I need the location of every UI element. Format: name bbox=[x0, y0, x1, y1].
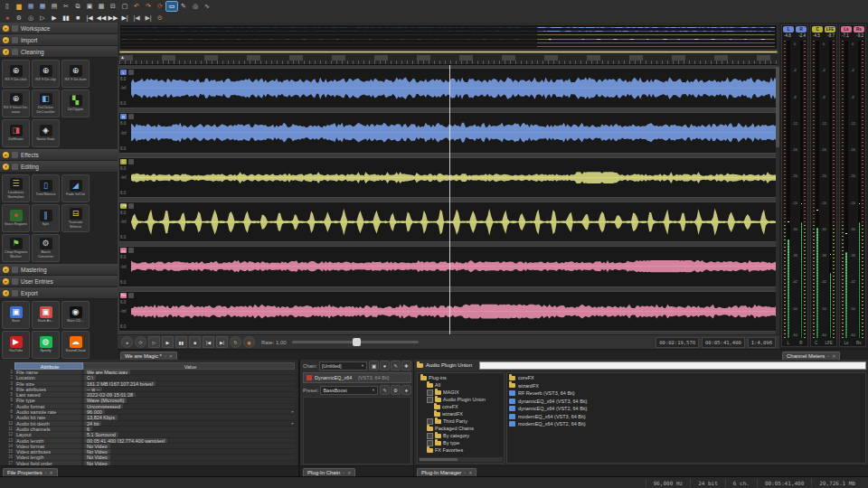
transport-toolbar-button[interactable]: ◎ bbox=[25, 14, 36, 23]
tool-tile[interactable]: ☰ Loudness Normalize bbox=[2, 174, 30, 202]
toolbar-button[interactable]: ⊟ bbox=[108, 2, 118, 11]
tool-tile[interactable]: ▶ YouTube bbox=[2, 331, 30, 359]
chain-select[interactable]: [Untitled]▼ bbox=[319, 361, 367, 371]
transport-toolbar-button[interactable]: ▮▮ bbox=[61, 14, 71, 23]
checkbox[interactable] bbox=[427, 389, 433, 396]
toolbar-button[interactable]: ▢ bbox=[119, 2, 130, 11]
tree-item[interactable]: Audio Plugin Union bbox=[418, 396, 504, 403]
toolbar-button[interactable]: ▣ bbox=[84, 2, 95, 11]
tab-plugin-manager[interactable]: Plug-In Manager▫✕ bbox=[417, 468, 476, 476]
tool-tile[interactable]: ▚ DeClipper bbox=[61, 89, 90, 117]
tool-tile[interactable]: ◈ Noise Gate bbox=[32, 119, 60, 147]
waveform[interactable] bbox=[131, 114, 777, 151]
tool-tile[interactable]: ◍ Spotify bbox=[32, 331, 60, 359]
tree-item[interactable]: MAGIX bbox=[418, 389, 504, 396]
tool-tile[interactable]: ⊕ RX 9 De-hum bbox=[61, 60, 90, 88]
tool-tile[interactable]: ▯ Trim/Silence bbox=[32, 174, 60, 202]
toolbox-section-user-entries[interactable]: ▸User Entries bbox=[0, 276, 118, 287]
lane-menu-button[interactable] bbox=[128, 70, 134, 75]
transport-button[interactable]: ● bbox=[121, 336, 133, 348]
preset-tool-button[interactable]: ⚙ bbox=[391, 385, 401, 395]
lane-menu-button[interactable] bbox=[128, 293, 134, 298]
chain-tool-button[interactable]: ▣ bbox=[369, 361, 379, 371]
plugin-list-item[interactable]: modernEQ_x64 (VST2, 64 Bit) bbox=[509, 420, 863, 428]
transport-toolbar-button[interactable]: ⊙ bbox=[155, 14, 165, 23]
close-icon[interactable]: ✕ bbox=[49, 470, 52, 475]
transport-button[interactable]: ▶| bbox=[216, 336, 228, 348]
tool-tile[interactable]: ⚙ Batch Converter bbox=[32, 234, 60, 262]
transport-toolbar-button[interactable]: ▷ bbox=[37, 14, 48, 23]
toolbar-button[interactable]: ◎ bbox=[190, 2, 201, 11]
waveform[interactable] bbox=[131, 159, 777, 196]
tool-tile[interactable]: ⊟ Truncate Silence bbox=[61, 204, 90, 232]
lane-menu-button[interactable] bbox=[128, 248, 134, 253]
plugin-list-item[interactable]: RF Reverb (VST3, 64 Bit) bbox=[509, 389, 863, 398]
plugin-list-item[interactable]: wizardFX bbox=[509, 382, 863, 390]
tree-item[interactable]: By category bbox=[418, 432, 504, 439]
ruler-corner-icon[interactable]: ▲ bbox=[120, 54, 125, 60]
expand-icon[interactable]: ▾ bbox=[3, 164, 9, 170]
waveform[interactable] bbox=[131, 70, 777, 107]
chain-tool-button[interactable]: ✚ bbox=[401, 361, 411, 371]
expand-icon[interactable]: ▾ bbox=[3, 290, 9, 296]
tool-tile[interactable]: ∥ Split bbox=[32, 204, 60, 232]
float-icon[interactable]: ▫ bbox=[343, 470, 344, 475]
toolbar-button[interactable]: ∿ bbox=[202, 2, 212, 11]
checkbox[interactable] bbox=[427, 397, 433, 403]
tool-tile[interactable]: ▣ Save bbox=[2, 301, 30, 329]
transport-button[interactable]: ▮▮ bbox=[175, 336, 187, 348]
tree-item[interactable]: coreFX bbox=[418, 403, 504, 410]
time-ruler[interactable]: ▲ bbox=[119, 53, 778, 65]
toolbar-button[interactable]: ⧉ bbox=[72, 2, 83, 11]
channel-lane[interactable]: L 6.0 -Inf 6.0 bbox=[119, 68, 778, 108]
playback-cursor[interactable] bbox=[449, 65, 450, 334]
toolbar-button[interactable]: ▆ bbox=[14, 2, 24, 11]
toolbox-section-mastering[interactable]: ▸Mastering bbox=[0, 264, 118, 276]
toolbar-button[interactable]: ▦ bbox=[25, 2, 36, 11]
property-value[interactable]: No Video▾ bbox=[81, 461, 295, 465]
tool-tile[interactable]: ☁ SoundCloud bbox=[61, 331, 90, 359]
float-icon[interactable]: ▫ bbox=[45, 470, 47, 475]
toolbar-button[interactable]: ▤ bbox=[49, 2, 60, 11]
expand-icon[interactable]: ▸ bbox=[3, 278, 9, 285]
channel-lane[interactable]: C 6.0 -Inf 6.0 bbox=[119, 157, 778, 198]
transport-toolbar-button[interactable]: |◀ bbox=[131, 14, 142, 23]
checkbox[interactable] bbox=[427, 440, 433, 446]
transport-button[interactable]: ↻ bbox=[230, 336, 241, 348]
toolbox-section-effects[interactable]: ▸Effects bbox=[0, 149, 118, 161]
tool-tile[interactable]: ⚑ Chop Regions Marker bbox=[2, 234, 30, 262]
toolbar-button[interactable]: ▦ bbox=[37, 2, 48, 11]
transport-toolbar-button[interactable]: ⚙ bbox=[14, 14, 24, 23]
preset-tool-button[interactable]: ✎ bbox=[380, 385, 390, 395]
float-icon[interactable]: ▫ bbox=[165, 353, 166, 359]
transport-toolbar-button[interactable]: ▶▶ bbox=[108, 14, 118, 23]
waveform[interactable] bbox=[131, 203, 777, 240]
tree-item[interactable]: Third Party bbox=[418, 418, 504, 425]
transport-toolbar-button[interactable]: ■ bbox=[72, 14, 83, 23]
tree-item[interactable]: FX Favorites bbox=[418, 446, 504, 454]
rate-slider[interactable] bbox=[292, 341, 419, 343]
rate-slider-thumb[interactable] bbox=[353, 338, 361, 346]
plugin-list-item[interactable]: coreFX bbox=[509, 374, 863, 382]
plugin-list-item[interactable]: dynamicEQ_x64 (VST3, 64 Bit) bbox=[509, 398, 863, 406]
tool-tile[interactable]: ● Voice Regions bbox=[2, 204, 30, 232]
tree-item[interactable]: wizardFX bbox=[418, 410, 504, 418]
toolbox-section-cleaning[interactable]: ▾Cleaning bbox=[0, 46, 118, 58]
tab-document[interactable]: We are Magic *▫✕ bbox=[120, 352, 177, 360]
tool-tile[interactable]: ◉ Burn CD... bbox=[61, 301, 90, 329]
expand-icon[interactable]: ▸ bbox=[3, 25, 9, 32]
toolbar-button[interactable]: ↶ bbox=[131, 2, 142, 11]
toolbar-button[interactable]: ▯ bbox=[2, 2, 13, 11]
expand-icon[interactable]: ▸ bbox=[3, 152, 9, 158]
tool-tile[interactable]: ▣ Save As... bbox=[32, 301, 60, 329]
toolbar-button[interactable]: ▭ bbox=[166, 2, 177, 11]
horizontal-scrollbar[interactable] bbox=[419, 457, 503, 462]
preset-tool-button[interactable]: ● bbox=[401, 385, 411, 395]
transport-toolbar-button[interactable]: |◀ bbox=[84, 14, 95, 23]
channel-lane[interactable]: LFE 6.0 -Inf 6.0 bbox=[119, 202, 778, 242]
transport-button[interactable]: ▶ bbox=[162, 336, 174, 348]
checkbox[interactable] bbox=[427, 418, 433, 425]
tree-item[interactable]: Packaged Chains bbox=[418, 425, 504, 432]
close-icon[interactable]: ✕ bbox=[169, 353, 173, 359]
tab-plugin-chain[interactable]: Plug-In Chain▫✕ bbox=[303, 468, 355, 476]
